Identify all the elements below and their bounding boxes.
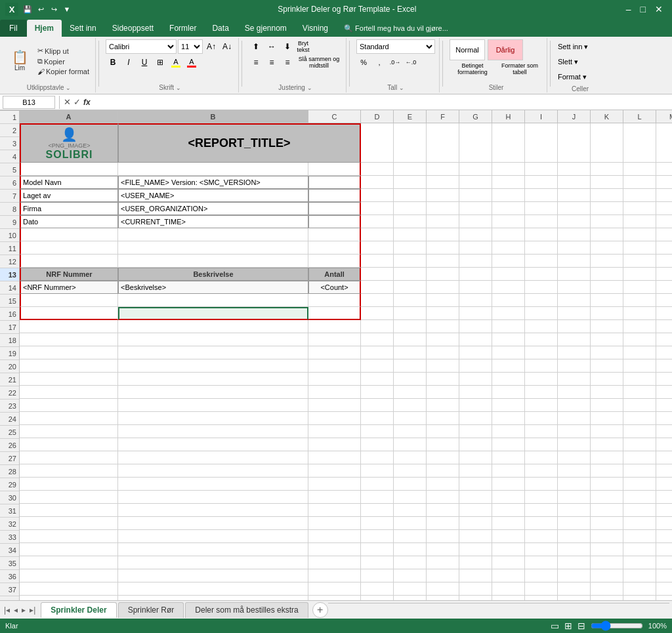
cell-a4[interactable]: Laget av [20,189,118,202]
cell-b35[interactable] [118,596,308,600]
comma-button[interactable]: , [372,55,387,70]
cell-l31[interactable] [623,543,656,556]
cell-d11[interactable] [361,281,394,294]
cell-m25[interactable] [656,464,672,478]
cell-c10[interactable]: Antall [308,268,361,281]
cell-l18[interactable] [623,373,656,386]
cell-d16[interactable] [361,346,394,359]
cell-l10[interactable] [623,268,656,281]
cell-j10[interactable] [558,268,591,281]
sheet-next-arrow[interactable]: ▸ [20,605,27,615]
cell-k29[interactable] [591,517,623,530]
cell-m31[interactable] [656,543,672,556]
cell-a14[interactable] [20,320,118,333]
cell-d15[interactable] [361,333,394,346]
cell-c13[interactable] [308,307,361,320]
tab-sideoppsett[interactable]: Sideoppsett [104,20,161,37]
col-header-d[interactable]: D [361,110,394,123]
cell-c19[interactable] [308,386,361,399]
cell-d6[interactable] [361,215,394,228]
cell-f9[interactable] [427,255,459,268]
cell-f7[interactable] [427,228,459,241]
cell-c20[interactable] [308,399,361,412]
cell-l24[interactable] [623,451,656,464]
cell-h28[interactable] [492,504,525,517]
cell-d24[interactable] [361,451,394,464]
cell-g26[interactable] [459,478,492,491]
cell-h9[interactable] [492,255,525,268]
cell-f6[interactable] [427,215,459,228]
cell-h6[interactable] [492,215,525,228]
cell-a15[interactable] [20,333,118,346]
normal-style[interactable]: Normal [450,39,485,60]
cell-a10[interactable]: NRF Nummer [20,268,118,281]
cell-g27[interactable] [459,491,492,504]
cell-m22[interactable] [656,425,672,438]
cell-f27[interactable] [427,491,459,504]
cell-i20[interactable] [525,399,558,412]
cell-i24[interactable] [525,451,558,464]
format-table-button[interactable]: Formater som tabell [497,62,543,76]
cell-l20[interactable] [623,399,656,412]
cell-a12[interactable] [20,294,118,307]
cell-g12[interactable] [459,294,492,307]
copy-button[interactable]: ⧉ Kopier [35,56,91,66]
cell-e16[interactable] [394,346,427,359]
cell-e23[interactable] [394,438,427,451]
cell-f29[interactable] [427,517,459,530]
cell-h34[interactable] [492,582,525,596]
zoom-slider[interactable] [591,621,643,631]
cell-j17[interactable] [558,359,591,373]
cell-c17[interactable] [308,359,361,373]
cell-i35[interactable] [525,596,558,600]
cell-h32[interactable] [492,556,525,569]
cell-a16[interactable] [20,346,118,359]
align-bottom-button[interactable]: ⬇ [280,39,295,54]
cell-a18[interactable] [20,373,118,386]
cell-f16[interactable] [427,346,459,359]
cell-f18[interactable] [427,373,459,386]
cell-f15[interactable] [427,333,459,346]
cell-i2[interactable] [525,163,558,176]
cell-e21[interactable] [394,412,427,425]
cell-e17[interactable] [394,359,427,373]
cell-a31[interactable] [20,543,118,556]
bold-button[interactable]: B [106,55,120,70]
cell-h19[interactable] [492,386,525,399]
undo-icon[interactable]: ↩ [35,4,46,14]
cell-f20[interactable] [427,399,459,412]
cell-h18[interactable] [492,373,525,386]
cell-j7[interactable] [558,228,591,241]
cell-k2[interactable] [591,163,623,176]
cell-b21[interactable] [118,412,308,425]
tab-fil[interactable]: Fil [0,20,27,37]
cell-f5[interactable] [427,202,459,215]
cell-d1[interactable] [361,123,394,163]
cell-b14[interactable] [118,320,308,333]
cell-g33[interactable] [459,569,492,582]
cell-j2[interactable] [558,163,591,176]
cell-f28[interactable] [427,504,459,517]
cell-l27[interactable] [623,491,656,504]
cell-e28[interactable] [394,504,427,517]
cell-l35[interactable] [623,596,656,600]
cut-button[interactable]: ✂ Klipp ut [35,46,91,56]
cell-b23[interactable] [118,438,308,451]
cell-k3[interactable] [591,176,623,189]
cell-d4[interactable] [361,189,394,202]
cell-a8[interactable] [20,241,118,255]
cell-g8[interactable] [459,241,492,255]
cell-k23[interactable] [591,438,623,451]
cell-b7[interactable] [118,228,308,241]
cell-d10[interactable] [361,268,394,281]
cell-f12[interactable] [427,294,459,307]
page-break-icon[interactable]: ⊟ [578,621,585,631]
page-layout-icon[interactable]: ⊞ [564,621,572,631]
cell-b30[interactable] [118,530,308,543]
cell-h27[interactable] [492,491,525,504]
cell-j21[interactable] [558,412,591,425]
cell-j19[interactable] [558,386,591,399]
cell-k32[interactable] [591,556,623,569]
cell-a32[interactable] [20,556,118,569]
cell-f2[interactable] [427,163,459,176]
